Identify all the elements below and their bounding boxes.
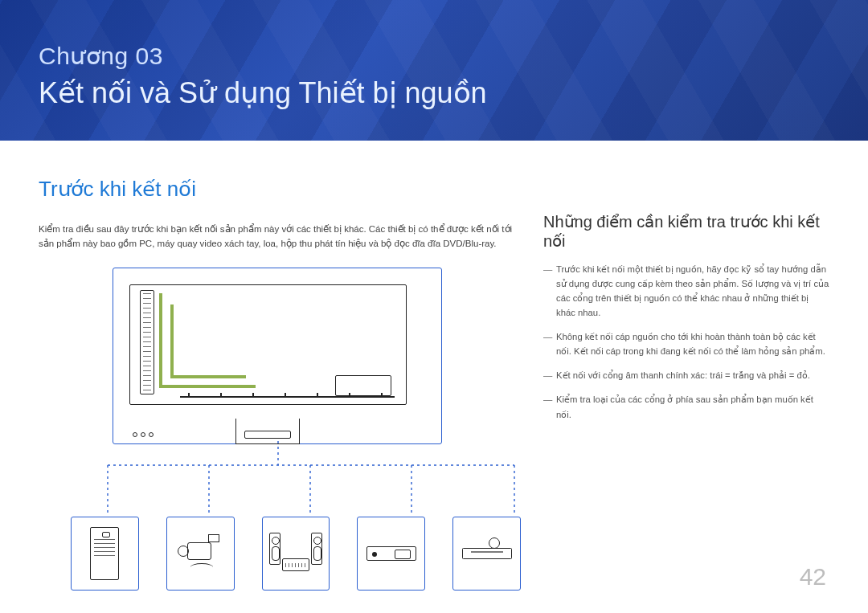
section-heading-before-connecting: Trước khi kết nối bbox=[39, 177, 521, 202]
pc-icon bbox=[90, 527, 119, 580]
checkpoint-item: Kết nối với cổng âm thanh chính xác: trá… bbox=[543, 368, 829, 382]
device-dvd-bluray bbox=[452, 517, 521, 591]
checkpoint-item: Kiểm tra loại của các cổng ở phía sau sả… bbox=[543, 392, 829, 421]
set-top-box-icon bbox=[366, 546, 416, 561]
dvd-player-icon bbox=[462, 548, 512, 559]
checkpoints-list: Trước khi kết nối một thiết bị nguồn, hã… bbox=[543, 262, 829, 422]
device-speaker-system bbox=[262, 517, 330, 591]
display-back-panel bbox=[113, 268, 442, 444]
connection-diagram bbox=[39, 268, 521, 591]
checkpoints-heading: Những điểm cần kiểm tra trước khi kết nố… bbox=[543, 212, 829, 251]
page-number: 42 bbox=[800, 563, 826, 591]
device-pc-tower bbox=[71, 517, 139, 591]
chapter-label: Chương 03 bbox=[39, 42, 868, 70]
section-body: Kiểm tra điều sau đây trước khi bạn kết … bbox=[39, 223, 521, 251]
chapter-title: Kết nối và Sử dụng Thiết bị nguồn bbox=[39, 76, 868, 110]
chapter-hero: Chương 03 Kết nối và Sử dụng Thiết bị ng… bbox=[0, 0, 868, 141]
connection-lines bbox=[55, 441, 553, 521]
speakers-icon bbox=[268, 529, 324, 578]
device-set-top-box bbox=[357, 517, 425, 591]
checkpoint-item: Trước khi kết nối một thiết bị nguồn, hã… bbox=[543, 262, 829, 320]
camcorder-icon bbox=[176, 536, 224, 571]
checkpoint-item: Không kết nối cáp nguồn cho tới khi hoàn… bbox=[543, 329, 829, 358]
device-camcorder bbox=[166, 517, 235, 591]
